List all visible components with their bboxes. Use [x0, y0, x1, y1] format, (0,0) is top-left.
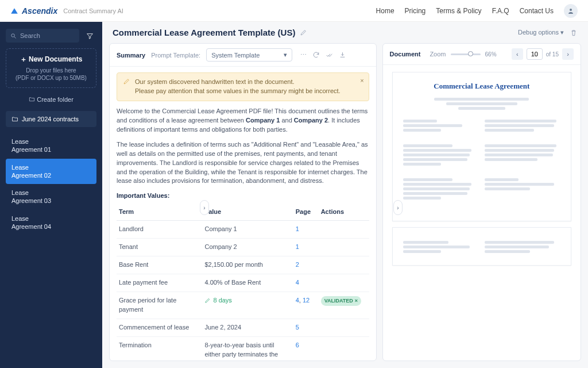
- remove-badge-button[interactable]: ×: [355, 297, 358, 305]
- cell-actions: [319, 256, 369, 274]
- page-link[interactable]: 1: [296, 243, 299, 250]
- sidebar: Search ＋ New Documents Drop your files h…: [0, 22, 102, 368]
- filter-button[interactable]: [83, 32, 96, 40]
- new-docs-hint: (PDF or DOCX up to 50MB): [11, 74, 91, 82]
- summary-para-1: Welcome to the Commercial Lease Agreemen…: [117, 107, 369, 135]
- debug-options-menu[interactable]: Debug options ▾: [518, 29, 564, 36]
- document-preview-title: Commercial Lease Agreement: [403, 82, 560, 91]
- sidebar-doc-item[interactable]: LeaseAgreement 03: [6, 184, 96, 210]
- sidebar-doc-item[interactable]: LeaseAgreement 01: [6, 133, 96, 159]
- cell-value: June 2, 2024: [202, 319, 293, 336]
- table-row: Grace period for late payment 8 days4, 1…: [117, 292, 369, 319]
- folder-item[interactable]: June 2024 contracts: [6, 111, 96, 127]
- cell-term: Base Rent: [117, 256, 202, 274]
- user-avatar[interactable]: [564, 4, 578, 18]
- template-select[interactable]: System Template ▾: [206, 48, 292, 62]
- cell-actions: [319, 319, 369, 336]
- col-value: Value: [202, 204, 293, 220]
- col-actions: Actions: [319, 204, 369, 220]
- download-icon: [339, 51, 346, 59]
- page-link[interactable]: 5: [296, 324, 299, 331]
- summary-panel-head: Summary Prompt Template: System Template…: [110, 44, 376, 67]
- title-bar: Commercial Lease Agreement Template (US)…: [102, 22, 588, 43]
- refresh-button[interactable]: [312, 51, 320, 59]
- folder-icon: [11, 116, 18, 122]
- new-docs-drop: Drop your files here: [11, 67, 91, 74]
- page-input[interactable]: [527, 48, 543, 60]
- document-page-preview: [392, 227, 571, 266]
- brand-product: Contract Summary AI: [63, 7, 123, 14]
- important-values-heading: Important Values:: [117, 191, 369, 201]
- cell-actions: VALIDATED ×: [319, 292, 369, 319]
- sidebar-doc-item[interactable]: LeaseAgreement 04: [6, 210, 96, 236]
- table-row: TenantCompany 21: [117, 239, 369, 256]
- nav-pricing[interactable]: Pricing: [405, 7, 426, 15]
- cell-page: 4, 12: [293, 292, 319, 319]
- cell-page: 1: [293, 239, 319, 256]
- zoom-slider[interactable]: [451, 53, 481, 55]
- page-link[interactable]: 2: [296, 261, 299, 268]
- svg-point-1: [11, 33, 15, 37]
- page-link[interactable]: 4: [296, 297, 299, 304]
- col-term: Term: [117, 204, 202, 220]
- zoom-label: Zoom: [430, 51, 446, 57]
- trash-icon: [570, 29, 578, 37]
- zoom-percent: 66%: [485, 51, 497, 57]
- page-link[interactable]: 1: [296, 225, 299, 232]
- table-row: Late payment fee4.00% of Base Rent4: [117, 274, 369, 292]
- panel-expand-tab[interactable]: ›: [393, 200, 403, 215]
- page-link[interactable]: 4: [296, 279, 299, 286]
- top-nav: Home Pricing Terms & Policy F.A.Q Contac…: [376, 4, 578, 18]
- page-next-button[interactable]: ›: [562, 48, 574, 60]
- cell-term: Late payment fee: [117, 274, 202, 292]
- cell-term: Tenant: [117, 239, 202, 256]
- double-check-icon: [326, 51, 333, 59]
- nav-contact[interactable]: Contact Us: [520, 7, 554, 15]
- new-documents-dropzone[interactable]: ＋ New Documents Drop your files here (PD…: [6, 48, 96, 88]
- nav-faq[interactable]: F.A.Q: [492, 7, 509, 15]
- prompt-template-label: Prompt Template:: [151, 52, 200, 59]
- search-input[interactable]: Search: [6, 29, 79, 43]
- approve-button[interactable]: [326, 51, 333, 59]
- create-folder-button[interactable]: Create folder: [6, 94, 96, 105]
- sidebar-expand-tab[interactable]: ›: [200, 200, 209, 215]
- sidebar-doc-item[interactable]: LeaseAgreement 02: [6, 159, 96, 185]
- cell-term: Landlord: [117, 221, 202, 239]
- cell-value: Company 1: [202, 221, 293, 239]
- cell-actions: [319, 274, 369, 292]
- search-icon: [10, 33, 17, 39]
- zoom-slider-thumb[interactable]: [468, 51, 473, 56]
- document-page-preview: Commercial Lease Agreement: [392, 72, 571, 221]
- template-value: System Template: [211, 52, 260, 59]
- chevron-down-icon: ▾: [284, 51, 287, 59]
- cell-actions: [319, 336, 369, 361]
- page-link[interactable]: 6: [296, 342, 299, 348]
- nav-terms[interactable]: Terms & Policy: [436, 7, 481, 15]
- pencil-icon: [300, 29, 307, 36]
- brand-name: Ascendix: [22, 6, 57, 16]
- download-button[interactable]: [339, 51, 346, 59]
- nav-home[interactable]: Home: [376, 7, 394, 15]
- warning-close-button[interactable]: ×: [360, 76, 363, 86]
- edited-value[interactable]: 8 days: [204, 296, 231, 305]
- validated-badge: VALIDATED ×: [321, 296, 361, 306]
- document-label: Document: [390, 51, 421, 57]
- summary-body: Our system discovered handwritten text i…: [110, 67, 376, 361]
- page-prev-button[interactable]: ‹: [512, 48, 523, 60]
- table-row: LandlordCompany 11: [117, 221, 369, 239]
- folder-label: June 2024 contracts: [22, 116, 79, 122]
- page-link[interactable]: 12: [303, 297, 310, 304]
- page-of-label: of 15: [546, 51, 559, 57]
- document-body[interactable]: Commercial Lease Agreement: [383, 65, 581, 278]
- cell-value: 8 days: [202, 292, 293, 319]
- cell-page: 4: [293, 274, 319, 292]
- edit-title-button[interactable]: [300, 29, 307, 36]
- delete-button[interactable]: [570, 29, 578, 37]
- table-row: Base Rent$2,150.00 per month2: [117, 256, 369, 274]
- table-row: Termination8-year-to-year basis until ei…: [117, 336, 369, 361]
- warning-icon: [123, 78, 130, 96]
- user-icon: [567, 7, 574, 14]
- folder-plus-icon: [29, 96, 35, 102]
- more-button[interactable]: ⋯: [300, 51, 307, 59]
- top-header: Ascendix Contract Summary AI Home Pricin…: [0, 0, 588, 22]
